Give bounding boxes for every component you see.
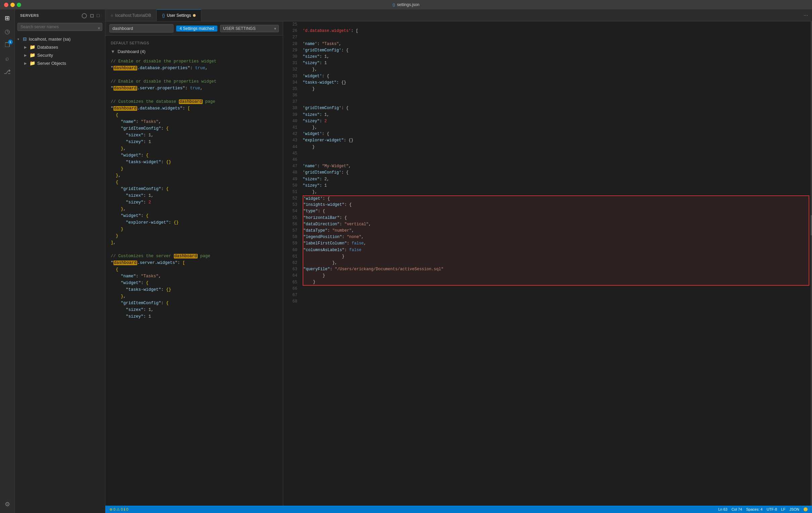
activity-files[interactable]: ❐ 1 xyxy=(1,39,13,51)
settings-dropdown[interactable]: USER SETTINGS DEFAULT SETTINGS WORKSPACE… xyxy=(220,25,279,32)
code-row-34: "tasks-widget": {} xyxy=(303,80,809,86)
code-line-19: "widget": { xyxy=(111,213,278,219)
code-row-49: "sizex": 2, xyxy=(303,176,809,183)
line-num-44: 44 xyxy=(283,144,297,151)
code-line-11: "tasks-widget": {} xyxy=(111,159,278,165)
code-lines: 'd.database.widgets': [ 'name': "Tasks",… xyxy=(300,22,812,506)
search-container: × xyxy=(15,22,105,33)
line-num-31: 31 xyxy=(283,60,297,66)
code-row-68 xyxy=(303,298,809,305)
line-num-62: 62 xyxy=(283,260,297,266)
status-encoding[interactable]: UTF-8 xyxy=(767,507,777,511)
window-controls xyxy=(4,3,21,7)
tab-settings-icon: {} xyxy=(162,13,165,18)
line-num-47: 47 xyxy=(283,163,297,169)
status-spaces[interactable]: Spaces: 4 xyxy=(746,507,763,511)
tab-tutorial-db-label: localhost:TutorialDB xyxy=(115,13,151,18)
code-row-31: "sizey": 1 xyxy=(303,60,809,66)
tab-modified-indicator xyxy=(193,14,196,17)
line-num-54: 54 xyxy=(283,208,297,215)
line-numbers: 25 26 27 28 29 30 31 32 33 34 35 36 37 3… xyxy=(283,22,300,506)
warning-icon: ⚠ xyxy=(116,507,120,512)
code-line-25: { xyxy=(111,266,278,273)
tree-item-databases[interactable]: ▶ 📁 Databases xyxy=(15,43,105,51)
window-title: {} settings.json xyxy=(393,2,419,7)
code-row-44: } xyxy=(303,144,809,151)
code-line-3: "dashboard.database.widgets": [ xyxy=(111,105,278,112)
tree-item-security[interactable]: ▶ 📁 Security xyxy=(15,51,105,59)
tabs-more-button[interactable]: ··· xyxy=(800,9,812,21)
settings-search-input[interactable] xyxy=(109,24,173,32)
code-row-46 xyxy=(303,157,809,163)
maximize-button[interactable] xyxy=(17,3,21,7)
tree-arrow-server-objects: ▶ xyxy=(24,61,30,65)
minimap-thumb[interactable] xyxy=(811,215,812,235)
code-row-64: } xyxy=(303,273,809,279)
activity-settings[interactable]: ⚙ xyxy=(1,498,13,510)
code-row-36 xyxy=(303,92,809,99)
code-empty-3 xyxy=(111,246,278,253)
status-line[interactable]: Ln 63 xyxy=(718,507,727,511)
status-language[interactable]: JSON xyxy=(789,507,799,511)
main-content: ○ localhost:TutorialDB {} User Settings … xyxy=(105,9,812,513)
line-num-38: 38 xyxy=(283,105,297,111)
databases-label: Databases xyxy=(37,45,58,50)
activity-servers[interactable]: ⊞ xyxy=(1,12,13,24)
settings-dropdown-container: USER SETTINGS DEFAULT SETTINGS WORKSPACE… xyxy=(220,25,279,32)
code-line-29: }, xyxy=(111,293,278,300)
line-num-58: 58 xyxy=(283,234,297,240)
activity-search[interactable]: ⌕ xyxy=(1,52,13,64)
status-col[interactable]: Col 74 xyxy=(731,507,742,511)
refresh-icon[interactable]: □ xyxy=(97,13,100,18)
status-line-ending[interactable]: LF xyxy=(781,507,785,511)
line-num-53: 53 xyxy=(283,202,297,208)
code-empty-1 xyxy=(111,72,278,78)
code-row-45 xyxy=(303,151,809,157)
line-num-36: 36 xyxy=(283,92,297,99)
activity-clock[interactable]: ◷ xyxy=(1,26,13,37)
line-num-56: 56 xyxy=(283,221,297,227)
line-num-51: 51 xyxy=(283,189,297,195)
code-line-15: "gridItemConfig": { xyxy=(111,186,278,192)
line-num-35: 35 xyxy=(283,86,297,92)
search-clear-icon[interactable]: × xyxy=(98,26,100,31)
code-line-31: "sizex": 1, xyxy=(111,306,278,313)
tab-db-icon: ○ xyxy=(111,13,113,18)
json-editor: 25 26 27 28 29 30 31 32 33 34 35 36 37 3… xyxy=(283,22,812,506)
activity-git[interactable]: ⎇ xyxy=(1,66,13,78)
tab-user-settings[interactable]: {} User Settings xyxy=(157,9,201,21)
title-text: settings.json xyxy=(397,2,419,7)
disconnect-icon[interactable]: ◻ xyxy=(90,13,94,18)
tree-item-server[interactable]: ▾ ⊟ localhost, master (sa) xyxy=(15,35,105,43)
search-input[interactable] xyxy=(18,23,102,31)
tab-tutorial-db[interactable]: ○ localhost:TutorialDB xyxy=(105,9,157,21)
code-row-60: "columnsAsLabels": false xyxy=(303,247,809,253)
tree-arrow-security: ▶ xyxy=(24,53,30,57)
minimap-scrollbar[interactable] xyxy=(811,22,812,506)
error-icon: ⊗ xyxy=(109,507,112,512)
code-row-37 xyxy=(303,99,809,105)
status-errors[interactable]: ⊗ 0 ⚠ 0 ℹ 0 xyxy=(109,507,128,512)
line-num-66: 66 xyxy=(283,286,297,292)
settings-group-title[interactable]: ▼ Dashboard (4) xyxy=(111,49,278,54)
code-line-27: "widget": { xyxy=(111,280,278,287)
minimize-button[interactable] xyxy=(10,3,15,7)
code-line-20: "explorer-widget": {} xyxy=(111,219,278,226)
code-line-24: "dashboard.server.widgets": [ xyxy=(111,260,278,266)
code-row-47: 'name': "My-Widget", xyxy=(303,163,809,169)
line-num-41: 41 xyxy=(283,125,297,131)
settings-matched-badge: 4 Settings matched xyxy=(176,26,218,32)
files-badge: 1 xyxy=(8,39,13,44)
code-row-58: "legendPosition": "none", xyxy=(303,234,809,240)
tree-item-server-objects[interactable]: ▶ 📁 Server Objects xyxy=(15,59,105,67)
code-row-39: "sizex": 1, xyxy=(303,112,809,118)
line-num-42: 42 xyxy=(283,131,297,137)
tabs-bar: ○ localhost:TutorialDB {} User Settings … xyxy=(105,9,812,22)
code-row-43: "explorer-widget": {} xyxy=(303,137,809,144)
json-content-area[interactable]: 25 26 27 28 29 30 31 32 33 34 35 36 37 3… xyxy=(283,22,812,506)
code-line-2: "dashboard.server.properties": true, xyxy=(111,85,278,92)
code-line-12: } xyxy=(111,165,278,172)
new-connection-icon[interactable]: ◯ xyxy=(82,13,87,18)
code-row-54: "type": { xyxy=(303,208,809,215)
close-button[interactable] xyxy=(4,3,8,7)
